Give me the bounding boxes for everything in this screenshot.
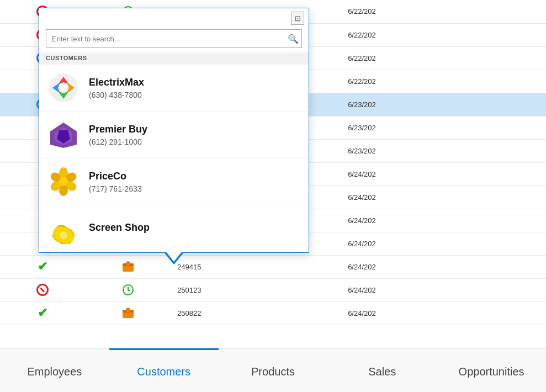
order-date: 6/23/202 [341, 116, 546, 139]
customer-logo [47, 212, 80, 245]
clock-icon [123, 284, 134, 295]
svg-rect-23 [126, 262, 130, 266]
popup-header: ⊡ [39, 8, 309, 26]
customer-list: ElectrixMax (630) 438-7800 Premier Buy (… [39, 65, 309, 252]
dropdown-arrow [164, 252, 184, 264]
nav-item-sales[interactable]: Sales [327, 348, 437, 392]
order-date: 6/22/202 [341, 0, 546, 23]
box-icon [122, 307, 134, 320]
order-date: 6/23/202 [341, 139, 546, 162]
customer-logo [47, 71, 80, 104]
order-date: 6/24/202 [341, 232, 546, 255]
customer-name: Screen Shop [89, 222, 150, 234]
nav-item-customers[interactable]: Customers [109, 348, 219, 392]
search-input[interactable] [46, 29, 302, 48]
expand-button[interactable]: ⊡ [291, 12, 304, 25]
search-wrapper: 🔍 [39, 26, 309, 52]
customer-logo [47, 118, 80, 151]
check-icon: ✔ [38, 259, 47, 273]
customer-dropdown-popup: ⊡ 🔍 CUSTOMERS ElectrixMax (630) 438-7800 [39, 8, 309, 253]
customer-phone: (630) 438-7800 [89, 91, 144, 99]
bottom-nav: EmployeesCustomersProductsSalesOpportuni… [0, 348, 546, 392]
order-date: 6/24/202 [341, 186, 546, 209]
customer-phone: (612) 291-1000 [89, 137, 147, 146]
order-date: 6/24/202 [341, 301, 546, 325]
order-date: 6/24/202 [341, 278, 546, 301]
svg-point-32 [60, 84, 67, 91]
order-number: 249415 [171, 255, 341, 278]
svg-rect-26 [126, 308, 130, 312]
svg-point-42 [59, 177, 68, 186]
order-date: 6/22/202 [341, 23, 546, 46]
customer-item[interactable]: Premier Buy (612) 291-1000 [39, 112, 309, 158]
order-date: 6/22/202 [341, 70, 546, 93]
customer-name: PriceCo [89, 171, 142, 182]
nav-item-opportunities[interactable]: Opportunities [437, 348, 546, 392]
customer-item[interactable]: PriceCo (717) 761-2633 [39, 158, 309, 205]
customer-info: Premier Buy (612) 291-1000 [89, 124, 147, 146]
table-row: ✔ 250822 6/24/202 [0, 301, 546, 325]
svg-point-46 [60, 231, 67, 239]
customer-name: ElectrixMax [89, 77, 144, 88]
order-number: 250822 [171, 301, 341, 325]
customers-section-label: CUSTOMERS [39, 52, 309, 65]
table-row: 250123 6/24/202 [0, 278, 546, 301]
customer-item[interactable]: ElectrixMax (630) 438-7800 [39, 65, 309, 112]
order-date: 6/23/202 [341, 93, 546, 116]
customer-info: Screen Shop [89, 222, 150, 236]
customer-info: ElectrixMax (630) 438-7800 [89, 77, 144, 99]
customer-info: PriceCo (717) 761-2633 [89, 171, 142, 193]
nav-item-products[interactable]: Products [219, 348, 328, 392]
order-number: 250123 [171, 278, 341, 301]
customer-name: Premier Buy [89, 124, 147, 135]
cancel-icon [36, 284, 49, 296]
order-date: 6/24/202 [341, 209, 546, 232]
nav-item-employees[interactable]: Employees [0, 348, 109, 392]
customer-item[interactable]: Screen Shop [39, 205, 309, 252]
search-icon-button[interactable]: 🔍 [288, 34, 299, 44]
box-icon [122, 261, 134, 273]
check-icon: ✔ [38, 306, 47, 320]
order-date: 6/22/202 [341, 46, 546, 70]
order-date: 6/24/202 [341, 255, 546, 278]
table-row: ✔ 249415 6/24/202 [0, 255, 546, 278]
customer-logo [47, 165, 80, 198]
customer-phone: (717) 761-2633 [89, 184, 142, 193]
order-date: 6/24/202 [341, 162, 546, 186]
